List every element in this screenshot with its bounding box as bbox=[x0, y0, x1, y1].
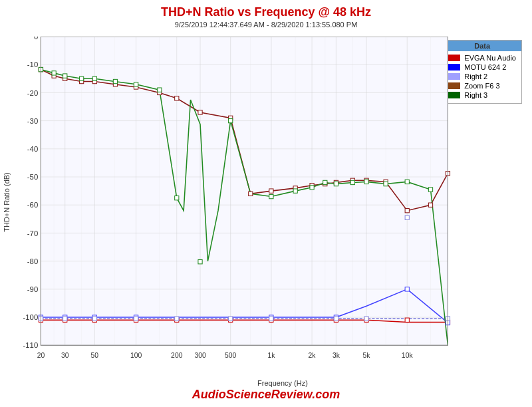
svg-text:-30: -30 bbox=[27, 117, 38, 125]
svg-text:500: 500 bbox=[225, 352, 236, 359]
svg-text:-10: -10 bbox=[27, 61, 38, 68]
svg-text:-110: -110 bbox=[23, 341, 38, 349]
svg-rect-87 bbox=[80, 76, 84, 80]
svg-rect-125 bbox=[63, 317, 67, 321]
svg-text:30: 30 bbox=[61, 352, 69, 359]
svg-text:2k: 2k bbox=[309, 352, 317, 359]
svg-rect-73 bbox=[269, 189, 273, 193]
chart-container: THD+N Ratio vs Frequency @ 48 kHz 9/25/2… bbox=[0, 0, 532, 407]
svg-rect-82 bbox=[428, 203, 432, 207]
svg-rect-131 bbox=[334, 317, 338, 321]
svg-rect-91 bbox=[158, 88, 162, 92]
svg-rect-127 bbox=[134, 317, 138, 321]
svg-rect-95 bbox=[269, 194, 273, 198]
svg-rect-86 bbox=[63, 74, 67, 78]
svg-text:3k: 3k bbox=[332, 352, 340, 359]
svg-text:-60: -60 bbox=[27, 201, 38, 209]
svg-text:50: 50 bbox=[91, 352, 99, 359]
svg-text:-70: -70 bbox=[27, 229, 38, 237]
svg-rect-70 bbox=[198, 110, 202, 114]
svg-text:5k: 5k bbox=[363, 352, 371, 359]
svg-text:-100: -100 bbox=[23, 313, 38, 321]
svg-text:-40: -40 bbox=[27, 145, 38, 153]
svg-text:200: 200 bbox=[171, 352, 182, 359]
chart-svg: 0 -10 -20 -30 -40 -50 -60 -70 -80 -90 -1… bbox=[15, 37, 532, 380]
svg-rect-102 bbox=[384, 182, 388, 186]
svg-text:100: 100 bbox=[130, 352, 142, 359]
svg-rect-88 bbox=[92, 76, 96, 80]
svg-rect-89 bbox=[113, 79, 117, 83]
svg-text:10k: 10k bbox=[402, 352, 413, 359]
svg-text:1k: 1k bbox=[267, 352, 275, 359]
svg-rect-132 bbox=[364, 317, 368, 321]
chart-title: THD+N Ratio vs Frequency @ 48 kHz bbox=[0, 0, 532, 19]
svg-text:20: 20 bbox=[37, 352, 45, 359]
svg-rect-101 bbox=[364, 180, 368, 184]
svg-rect-72 bbox=[249, 192, 253, 196]
svg-rect-92 bbox=[198, 260, 202, 264]
svg-rect-103 bbox=[405, 180, 409, 184]
svg-rect-122 bbox=[405, 287, 409, 291]
svg-text:300: 300 bbox=[194, 352, 205, 359]
chart-subtitle: 9/25/2019 12:44:37.649 AM - 8/29/2020 1:… bbox=[0, 21, 532, 29]
watermark: AudioScienceReview.com bbox=[0, 388, 532, 402]
svg-rect-133 bbox=[405, 215, 409, 219]
y-axis-label: THD+N Ratio (dB) bbox=[0, 37, 13, 367]
svg-text:-80: -80 bbox=[27, 257, 38, 265]
svg-text:-20: -20 bbox=[27, 89, 38, 97]
svg-rect-130 bbox=[269, 317, 273, 321]
svg-rect-81 bbox=[405, 209, 409, 213]
svg-rect-126 bbox=[92, 317, 96, 321]
svg-text:0: 0 bbox=[34, 37, 38, 41]
svg-rect-94 bbox=[175, 196, 179, 200]
svg-rect-69 bbox=[175, 96, 179, 100]
svg-rect-90 bbox=[134, 82, 138, 86]
svg-rect-85 bbox=[52, 71, 56, 75]
svg-rect-114 bbox=[405, 318, 409, 322]
svg-text:-90: -90 bbox=[27, 285, 38, 293]
svg-rect-93 bbox=[229, 118, 233, 122]
svg-rect-100 bbox=[350, 180, 354, 184]
svg-rect-128 bbox=[175, 317, 179, 321]
svg-rect-97 bbox=[310, 186, 314, 190]
svg-rect-99 bbox=[334, 182, 338, 186]
svg-rect-96 bbox=[293, 189, 297, 193]
svg-rect-129 bbox=[229, 317, 233, 321]
svg-text:-50: -50 bbox=[27, 173, 38, 181]
svg-rect-104 bbox=[428, 188, 432, 192]
svg-rect-98 bbox=[323, 180, 327, 184]
